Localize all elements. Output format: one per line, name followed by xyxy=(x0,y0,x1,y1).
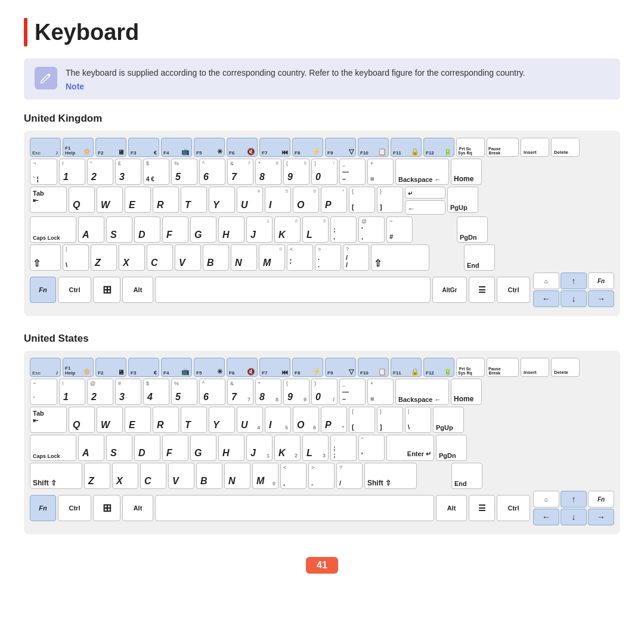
key-f10[interactable]: F10 📋 xyxy=(358,138,389,157)
key-backspace[interactable]: Backspace ← xyxy=(395,159,449,185)
us-key-c[interactable]: C xyxy=(140,463,166,489)
us-key-f5[interactable]: F5 ✳ xyxy=(194,358,225,377)
us-key-backspace[interactable]: Backspace ← xyxy=(395,379,449,405)
key-esc[interactable]: Esc ♪ xyxy=(30,138,61,157)
us-key-enter[interactable]: Enter ↵ xyxy=(386,435,434,461)
key-f5[interactable]: F5 ✳ xyxy=(194,138,225,157)
us-key-rbracket[interactable]: } ] xyxy=(377,407,403,433)
key-s[interactable]: S xyxy=(106,216,132,243)
key-alt-left[interactable]: Alt xyxy=(122,277,153,303)
key-n[interactable]: N xyxy=(231,244,257,271)
us-key-shift-right[interactable]: Shift ⇧ xyxy=(364,463,417,489)
us-key-right-arrow[interactable]: → xyxy=(588,509,614,525)
us-key-f7[interactable]: F7 ⏮ xyxy=(259,358,290,377)
us-key-f11[interactable]: F11 🔒 xyxy=(391,358,422,377)
key-period[interactable]: > .. xyxy=(315,244,341,271)
us-key-6[interactable]: ^ 6 xyxy=(199,379,225,405)
us-key-minus[interactable]: _ —– xyxy=(339,379,366,405)
us-key-g[interactable]: G xyxy=(190,435,216,461)
us-key-lbracket[interactable]: { [ xyxy=(349,407,375,433)
key-x[interactable]: X xyxy=(119,244,145,271)
us-key-4[interactable]: $ 4 xyxy=(143,379,169,405)
us-key-f3[interactable]: F3 € xyxy=(128,358,159,377)
us-key-f1[interactable]: F1Help 🔅 xyxy=(63,358,94,377)
us-key-alt-left[interactable]: Alt xyxy=(122,495,153,521)
us-key-delete[interactable]: Delete xyxy=(551,358,580,377)
us-key-m[interactable]: M 0 xyxy=(252,463,278,489)
key-f9[interactable]: F9 ▽ xyxy=(325,138,356,157)
key-r[interactable]: R xyxy=(153,187,179,213)
us-key-esc[interactable]: Esc ♪ xyxy=(30,358,61,377)
key-down-arrow[interactable]: ↓ xyxy=(561,290,587,307)
key-e[interactable]: E xyxy=(125,187,151,213)
us-key-semicolon[interactable]: : ;; xyxy=(330,435,357,461)
key-f11[interactable]: F11 🔒 xyxy=(391,138,422,157)
us-key-1[interactable]: ! 1 xyxy=(59,379,85,405)
us-key-p[interactable]: P * xyxy=(321,407,347,433)
us-key-backtick[interactable]: ~ ` xyxy=(30,379,57,405)
us-key-home[interactable]: Home xyxy=(451,379,482,405)
us-key-left-arrow[interactable]: ← xyxy=(533,509,559,525)
key-prtsc[interactable]: Prt ScSys Rq xyxy=(456,138,485,157)
us-key-h[interactable]: H xyxy=(218,435,244,461)
key-v[interactable]: V xyxy=(175,244,201,271)
us-key-f6[interactable]: F6 🔇 xyxy=(227,358,258,377)
key-minus[interactable]: _ —– xyxy=(339,159,366,185)
us-key-j[interactable]: J 1 xyxy=(246,435,273,461)
us-key-f4[interactable]: F4 📺 xyxy=(161,358,192,377)
key-semicolon[interactable]: : ;, xyxy=(330,216,357,243)
us-key-shift-left[interactable]: Shift ⇧ xyxy=(30,463,82,489)
us-key-n[interactable]: N xyxy=(224,463,250,489)
key-2[interactable]: " 2 xyxy=(87,159,113,185)
us-key-t[interactable]: T xyxy=(181,407,207,433)
key-right-arrow[interactable]: → xyxy=(588,290,614,307)
us-key-f12[interactable]: F12 🔋 xyxy=(423,358,454,377)
us-key-slash[interactable]: ? / xyxy=(336,463,363,489)
us-key-win[interactable]: ⊞ xyxy=(93,495,120,521)
key-hash-uk[interactable]: ~ # xyxy=(386,216,413,243)
key-g[interactable]: G xyxy=(190,216,216,243)
us-key-tab[interactable]: Tab⇤ xyxy=(30,407,67,433)
us-key-f2[interactable]: F2 🖥 xyxy=(95,358,126,377)
us-key-3[interactable]: # 3 xyxy=(115,379,141,405)
us-key-z[interactable]: Z xyxy=(84,463,110,489)
us-key-backslash[interactable]: | \ xyxy=(405,407,431,433)
key-backslash-uk[interactable]: | \ xyxy=(63,244,89,271)
key-7[interactable]: & 7 7 xyxy=(227,159,253,185)
key-backtick[interactable]: ¬ ` ¦ xyxy=(30,159,57,185)
key-win[interactable]: ⊞ xyxy=(93,277,120,303)
key-j[interactable]: J 1 xyxy=(246,216,273,243)
us-key-fn[interactable]: Fn xyxy=(30,495,56,521)
us-key-equals[interactable]: + = xyxy=(367,379,394,405)
us-key-home2[interactable]: ⌂ xyxy=(533,491,559,507)
key-z[interactable]: Z xyxy=(91,244,117,271)
key-shift-left[interactable]: ⇧ xyxy=(30,244,61,271)
us-key-l[interactable]: L 3 xyxy=(302,435,329,461)
key-ctrl-left[interactable]: Ctrl xyxy=(58,277,91,303)
key-l[interactable]: L 3 xyxy=(302,216,329,243)
key-left-arrow[interactable]: ← xyxy=(533,290,559,307)
key-space[interactable] xyxy=(155,277,431,303)
key-pause[interactable]: PauseBreak xyxy=(487,138,519,157)
key-home[interactable]: Home xyxy=(451,159,482,185)
key-comma[interactable]: < ,' xyxy=(287,244,313,271)
us-key-u[interactable]: U 4 xyxy=(237,407,263,433)
key-insert[interactable]: Insert xyxy=(521,138,549,157)
key-up-arrow[interactable]: ↑ xyxy=(561,273,587,289)
us-key-f10[interactable]: F10 📋 xyxy=(358,358,389,377)
key-p[interactable]: P * xyxy=(321,187,347,213)
key-ctrl-right[interactable]: Ctrl xyxy=(497,277,530,303)
us-key-2[interactable]: @ 2 xyxy=(87,379,113,405)
key-m[interactable]: M 0 xyxy=(259,244,285,271)
key-slash[interactable]: ? // xyxy=(343,244,369,271)
us-key-comma[interactable]: < , xyxy=(280,463,306,489)
key-rbracket[interactable]: } ] xyxy=(377,187,403,213)
key-4[interactable]: $ 4 € xyxy=(143,159,169,185)
us-key-fn2[interactable]: Fn xyxy=(588,491,614,507)
key-w[interactable]: W xyxy=(97,187,123,213)
us-key-x[interactable]: X xyxy=(112,463,138,489)
key-fn2[interactable]: Fn xyxy=(588,273,614,289)
us-key-y[interactable]: Y xyxy=(209,407,235,433)
us-key-w[interactable]: W xyxy=(97,407,123,433)
us-key-pgup[interactable]: PgUp xyxy=(433,407,464,433)
